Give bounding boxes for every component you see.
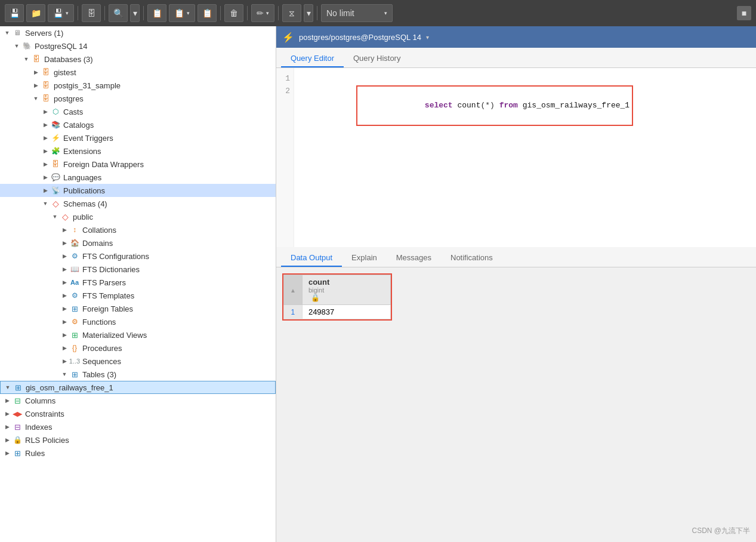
- tree-toggle-fts-templates[interactable]: ▶: [60, 291, 69, 300]
- copy-button[interactable]: 📋: [147, 4, 166, 22]
- tree-item-servers[interactable]: ▼🖥Servers (1): [0, 26, 276, 39]
- tree-item-procedures[interactable]: ▶{}Procedures: [0, 341, 276, 355]
- tab-messages[interactable]: Messages: [387, 250, 441, 267]
- tree-label-event-triggers: Event Triggers: [63, 134, 113, 143]
- tree-toggle-procedures[interactable]: ▶: [60, 343, 69, 353]
- tree-toggle-fts-dictionaries[interactable]: ▶: [60, 264, 69, 274]
- tree-toggle-rules[interactable]: ▶: [2, 448, 12, 458]
- tree-item-languages[interactable]: ▶💬Languages: [0, 171, 276, 184]
- tree-label-catalogs: Catalogs: [63, 121, 94, 130]
- tree-item-databases[interactable]: ▼🗄Databases (3): [0, 53, 276, 66]
- tree-toggle-indexes[interactable]: ▶: [2, 422, 12, 432]
- tree-item-foreign-tables[interactable]: ▶⊞Foreign Tables: [0, 302, 276, 315]
- tree-toggle-postgresql14[interactable]: ▼: [12, 41, 21, 51]
- tree-item-postgres[interactable]: ▼🗄postgres: [0, 92, 276, 105]
- tree-toggle-gis-osm-railways[interactable]: ▼: [3, 383, 13, 392]
- tree-item-gistest[interactable]: ▶🗄gistest: [0, 66, 276, 79]
- sep3: [143, 6, 144, 20]
- tree-item-postgis31[interactable]: ▶🗄postgis_31_sample: [0, 79, 276, 92]
- tree-toggle-collations[interactable]: ▶: [60, 225, 69, 235]
- tree-toggle-sequences[interactable]: ▶: [60, 356, 69, 366]
- tree-item-collations[interactable]: ▶↕Collations: [0, 223, 276, 236]
- tree-toggle-foreign-tables[interactable]: ▶: [60, 304, 69, 313]
- tree-toggle-schemas[interactable]: ▼: [41, 199, 50, 208]
- tree-toggle-databases[interactable]: ▼: [21, 54, 31, 64]
- tree-item-postgresql14[interactable]: ▼🐘PostgreSQL 14: [0, 39, 276, 53]
- tree-toggle-materialized-views[interactable]: ▶: [60, 330, 69, 340]
- tab-data-output[interactable]: Data Output: [281, 250, 342, 267]
- tree-item-fts-dictionaries[interactable]: ▶📖FTS Dictionaries: [0, 263, 276, 276]
- tree-item-sequences[interactable]: ▶1..3Sequences: [0, 355, 276, 368]
- tree-item-indexes[interactable]: ▶⊟Indexes: [0, 420, 276, 433]
- tab-notifications[interactable]: Notifications: [441, 250, 502, 267]
- tree-icon-fts-templates: ⚙: [69, 290, 80, 301]
- editor-code[interactable]: select count(*) from gis_osm_railways_fr…: [294, 68, 756, 247]
- copy-header-button[interactable]: 📋 ▾: [169, 4, 195, 22]
- tree-toggle-fts-parsers[interactable]: ▶: [60, 278, 69, 287]
- tree-item-fts-parsers[interactable]: ▶AaFTS Parsers: [0, 276, 276, 289]
- tree-item-domains[interactable]: ▶🏠Domains: [0, 236, 276, 250]
- tree-item-functions[interactable]: ▶⚙Functions: [0, 315, 276, 328]
- tree-icon-postgis31: 🗄: [41, 80, 51, 91]
- tree-toggle-functions[interactable]: ▶: [60, 317, 69, 327]
- tree-item-tables[interactable]: ▼⊞Tables (3): [0, 368, 276, 381]
- tree-item-fts-templates[interactable]: ▶⚙FTS Templates: [0, 289, 276, 302]
- search-button[interactable]: 🔍: [109, 4, 128, 22]
- tree-toggle-tables[interactable]: ▼: [60, 369, 69, 379]
- save-button[interactable]: 💾: [5, 4, 24, 22]
- open-button[interactable]: 📁: [26, 4, 45, 22]
- tree-toggle-languages[interactable]: ▶: [41, 173, 50, 182]
- tree-icon-catalogs: 📚: [50, 119, 61, 130]
- filter-button[interactable]: ⧖: [282, 4, 301, 22]
- tree-toggle-casts[interactable]: ▶: [41, 107, 50, 116]
- right-panel: ⚡ postgres/postgres@PostgreSQL 14 ▾ Quer…: [276, 26, 756, 542]
- connection-dropdown-arrow[interactable]: ▾: [426, 34, 429, 41]
- col-count-header[interactable]: count bigint 🔒: [302, 275, 390, 305]
- tree-icon-foreign-tables: ⊞: [69, 303, 80, 314]
- tree-toggle-catalogs[interactable]: ▶: [41, 120, 50, 130]
- tree-toggle-extensions[interactable]: ▶: [41, 146, 50, 156]
- tree-toggle-foreign-data[interactable]: ▶: [41, 159, 50, 169]
- delete-button[interactable]: 🗑: [224, 4, 243, 22]
- tab-query-editor[interactable]: Query Editor: [281, 50, 344, 67]
- tree-item-fts-configurations[interactable]: ▶⚙FTS Configurations: [0, 250, 276, 263]
- tree-item-foreign-data[interactable]: ▶🗄Foreign Data Wrappers: [0, 158, 276, 171]
- save-as-button[interactable]: 💾 ▾: [48, 4, 74, 22]
- tree-toggle-constraints[interactable]: ▶: [2, 409, 12, 418]
- tree-toggle-rls-policies[interactable]: ▶: [2, 435, 12, 445]
- tab-query-history[interactable]: Query History: [344, 50, 410, 67]
- tree-item-catalogs[interactable]: ▶📚Catalogs: [0, 118, 276, 131]
- tree-toggle-columns[interactable]: ▶: [2, 396, 12, 405]
- tree-toggle-servers[interactable]: ▼: [2, 28, 12, 38]
- stop-button[interactable]: ■: [737, 6, 751, 20]
- tab-explain[interactable]: Explain: [342, 250, 387, 267]
- tree-item-extensions[interactable]: ▶🧩Extensions: [0, 144, 276, 158]
- tree-toggle-domains[interactable]: ▶: [60, 238, 69, 248]
- tree-toggle-fts-configurations[interactable]: ▶: [60, 251, 69, 261]
- tree-item-casts[interactable]: ▶⬡Casts: [0, 105, 276, 118]
- tree-item-gis-osm-railways[interactable]: ▼⊞gis_osm_railways_free_1: [0, 381, 276, 394]
- tree-label-fts-dictionaries: FTS Dictionaries: [82, 265, 140, 274]
- database-button[interactable]: 🗄: [82, 4, 101, 22]
- search-dropdown-button[interactable]: ▾: [130, 4, 140, 22]
- query-highlighted: select count(*) from gis_osm_railways_fr…: [356, 85, 634, 126]
- tree-toggle-public[interactable]: ▼: [50, 212, 60, 221]
- tree-toggle-postgres[interactable]: ▼: [31, 94, 41, 103]
- tree-item-columns[interactable]: ▶⊟Columns: [0, 394, 276, 407]
- tree-toggle-publications[interactable]: ▶: [41, 186, 50, 195]
- tree-toggle-gistest[interactable]: ▶: [31, 67, 41, 77]
- tree-item-rules[interactable]: ▶⊞Rules: [0, 446, 276, 460]
- tree-item-constraints[interactable]: ▶◀▶Constraints: [0, 407, 276, 420]
- tree-toggle-event-triggers[interactable]: ▶: [41, 133, 50, 143]
- edit-button[interactable]: ✏ ▾: [251, 4, 274, 22]
- paste-button[interactable]: 📋: [198, 4, 217, 22]
- tree-item-publications[interactable]: ▶📡Publications: [0, 184, 276, 197]
- tree-item-materialized-views[interactable]: ▶⊞Materialized Views: [0, 328, 276, 341]
- tree-item-schemas[interactable]: ▼◇Schemas (4): [0, 197, 276, 210]
- tree-item-public[interactable]: ▼◇public: [0, 210, 276, 223]
- no-limit-button[interactable]: No limit ▾: [321, 4, 393, 22]
- filter-options-button[interactable]: ▾: [304, 4, 313, 22]
- tree-toggle-postgis31[interactable]: ▶: [31, 81, 41, 90]
- tree-item-rls-policies[interactable]: ▶🔒RLS Policies: [0, 433, 276, 446]
- tree-item-event-triggers[interactable]: ▶⚡Event Triggers: [0, 131, 276, 144]
